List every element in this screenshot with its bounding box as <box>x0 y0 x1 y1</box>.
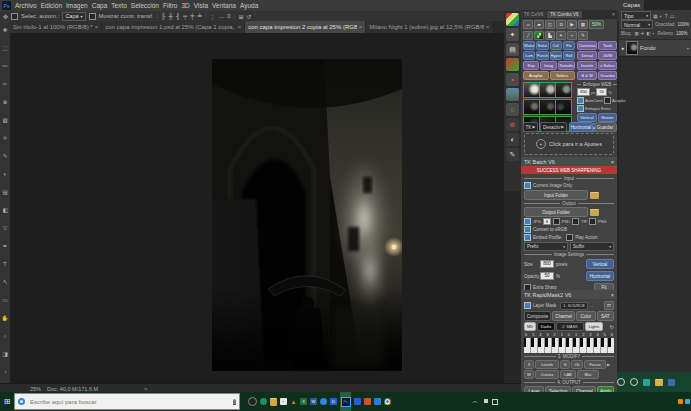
scale-3l[interactable]: 3 <box>546 332 548 337</box>
brush-tool[interactable]: ✛ <box>0 129 10 147</box>
move-tool-icon[interactable]: ✥ <box>3 13 8 20</box>
fifty-percent-button[interactable]: 50% <box>589 20 604 29</box>
modify-s-button[interactable]: S <box>560 360 570 369</box>
menu-imagen[interactable]: Imagen <box>66 2 88 9</box>
fix-button[interactable]: Fix <box>563 41 575 50</box>
modify-x-button[interactable]: X <box>524 360 534 369</box>
menu-ayuda[interactable]: Ayuda <box>240 2 258 9</box>
align-right-icon[interactable]: ╢ <box>176 13 180 19</box>
3d-mode-icon[interactable]: ⊞ <box>238 13 243 20</box>
distribute-v-icon[interactable]: ⋮ <box>209 13 215 20</box>
new-doc-icon[interactable]: ▱ <box>523 20 533 29</box>
no-entry-panel-icon[interactable]: ⊘ <box>506 118 519 131</box>
play-action-checkbox[interactable] <box>566 234 573 241</box>
filter-adjustment-icon[interactable]: ◐ <box>660 13 663 19</box>
path-select-tool[interactable]: ↖ <box>0 273 10 291</box>
tk-batch-header[interactable]: TK Batch V6 × <box>521 157 617 166</box>
marquee-tool[interactable]: ⬚ <box>0 39 10 57</box>
layer-thumbnail[interactable] <box>626 41 638 55</box>
tab-tk-cv[interactable]: TK Cv/V6 <box>521 11 546 18</box>
web-pct-input[interactable]: 50 <box>596 88 607 96</box>
luminosity-mask-thumb[interactable] <box>539 82 556 98</box>
file-explorer-icon[interactable] <box>270 398 277 406</box>
dorsal-button[interactable]: Dorsal <box>577 51 597 60</box>
scale-0[interactable]: 0 <box>568 332 570 337</box>
ch-button[interactable]: Ch <box>571 360 583 369</box>
screen-mode-tool[interactable]: ◨ <box>0 345 10 363</box>
circle-app-icon[interactable] <box>630 378 638 386</box>
close-icon[interactable]: × <box>238 24 242 30</box>
menu-archivo[interactable]: Archivo <box>15 2 37 9</box>
document-tab-active[interactable]: con capa impresion 2 copia al 25% (RGB/1… <box>245 21 365 33</box>
align-left-icon[interactable]: ╟ <box>161 13 165 19</box>
close-icon[interactable]: × <box>611 292 614 298</box>
dupe-doc-icon[interactable]: ▰ <box>534 20 544 29</box>
orange-app-icon[interactable] <box>364 398 371 405</box>
document-tab[interactable]: con capa impresion 1.psd al 25% (Capa 1 … <box>102 21 244 33</box>
batch-vertical-button[interactable]: Vertical <box>586 259 614 269</box>
bw-button[interactable]: B & W <box>577 71 597 80</box>
edge-icon[interactable] <box>320 398 327 405</box>
go-to-adjustments-button[interactable]: ✦ Click para ir a Ajustes <box>524 133 614 155</box>
grid-icon[interactable]: ▦ <box>578 20 588 29</box>
modify-w-button[interactable]: W <box>524 370 534 379</box>
prefix-field[interactable]: Prefix▾ <box>524 242 568 251</box>
tray-status-icon[interactable] <box>492 399 498 405</box>
3d-rotate-icon[interactable]: ↺ <box>246 13 251 20</box>
visibility-eye-icon[interactable]: ● <box>621 45 624 51</box>
png-checkbox[interactable] <box>589 218 596 225</box>
layer-row-fondo[interactable]: ● Fondo ▪ <box>619 39 691 57</box>
blue-app-icon[interactable] <box>354 398 361 405</box>
vertical-button[interactable]: Vertical <box>577 113 597 122</box>
start-button[interactable]: ⊞ <box>0 392 14 411</box>
opacity-value[interactable]: 100% <box>677 22 689 27</box>
align-bottom-icon[interactable]: ╧ <box>197 13 201 19</box>
pen-panel-icon[interactable]: ✎ <box>506 148 519 161</box>
channel-source-button[interactable]: Channel <box>552 311 575 321</box>
excel-icon[interactable]: X <box>300 398 307 405</box>
focus-button[interactable]: Focus <box>584 360 606 369</box>
filter-pixel-icon[interactable]: ▦ <box>653 13 658 19</box>
layer-mask-checkbox[interactable] <box>524 302 531 309</box>
desactiv-button[interactable]: Desactiv▶ <box>540 122 567 132</box>
lightblue-app-icon[interactable] <box>374 398 381 405</box>
tk-footer-button[interactable]: TK▶ <box>523 122 538 132</box>
align-top-icon[interactable]: ╤ <box>183 13 187 19</box>
show-transform-checkbox[interactable] <box>89 13 96 20</box>
sparkle-icon[interactable]: ✦ <box>556 31 566 40</box>
hyper-button[interactable]: Hyper <box>550 51 562 60</box>
input-folder-button[interactable]: Input Folder <box>524 190 588 200</box>
distribute-icon[interactable]: ≡ <box>227 13 231 19</box>
arrow-right-icon[interactable]: ▶ <box>607 362 610 367</box>
file-explorer-icon[interactable] <box>655 379 663 386</box>
lock-transparent-icon[interactable]: ▦ <box>635 31 639 36</box>
horizontal-footer-button[interactable]: Horizontal <box>569 122 593 132</box>
tk-mask-panel-icon[interactable]: ▤ <box>506 43 519 56</box>
tray-status-icon[interactable] <box>484 399 488 403</box>
md-button[interactable]: MD <box>524 322 536 331</box>
luminosity-mask-thumb[interactable] <box>523 82 540 98</box>
clone-stamp-tool[interactable]: ✎ <box>0 147 10 165</box>
col-button[interactable]: Col <box>550 41 562 50</box>
opacity-input[interactable]: 50 <box>540 272 554 280</box>
guardar-button[interactable]: Guardar <box>598 71 617 80</box>
contrast-panel-icon[interactable]: ◐ <box>506 133 519 146</box>
curves-button[interactable]: Curves <box>535 370 559 379</box>
pen-tool[interactable]: ✒ <box>0 237 10 255</box>
taskbar-search-box[interactable] <box>14 393 240 410</box>
status-flyout-arrow[interactable]: > <box>144 386 147 392</box>
tk-rgb-panel-icon[interactable] <box>506 13 519 26</box>
close-icon[interactable]: × <box>359 24 363 30</box>
layer-filter-dropdown[interactable]: Tipo▾ <box>621 11 651 20</box>
align-center-h-icon[interactable]: ╫ <box>168 13 172 19</box>
zoom-level-field[interactable]: 25% <box>30 386 41 392</box>
panel-menu-icon[interactable]: ≡ <box>612 12 615 17</box>
mask-scale-row[interactable]: 6543210123456 <box>524 332 614 337</box>
luminosity-mask-thumb[interactable] <box>539 99 556 115</box>
menu-3d[interactable]: 3D <box>181 2 189 9</box>
d-app-icon[interactable]: D <box>330 398 337 405</box>
matiz-button[interactable]: Matiz <box>523 41 535 50</box>
filter-shape-icon[interactable]: ▭ <box>670 13 675 19</box>
luminosity-mask-thumb[interactable] <box>523 99 540 115</box>
document-tab[interactable]: Milano Night 1 (sobre).jpg al 12,5% (RGB… <box>366 21 492 33</box>
